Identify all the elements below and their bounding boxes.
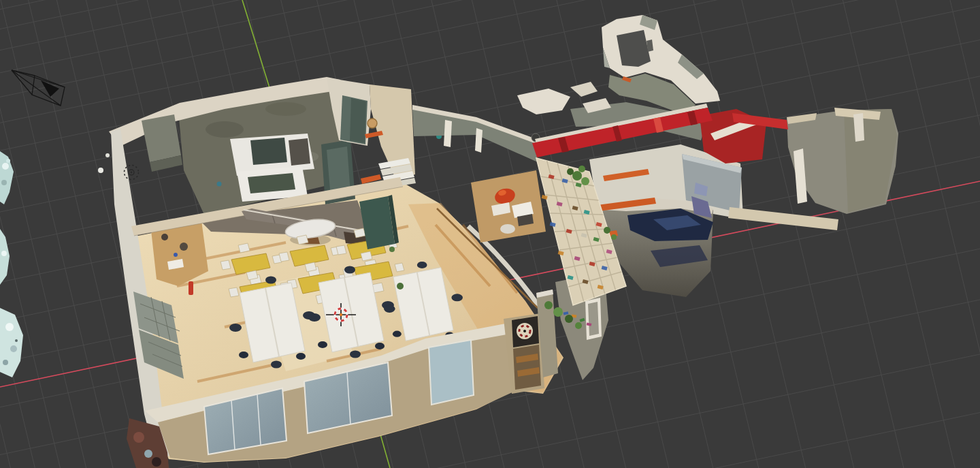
kitchen-counters: [230, 134, 314, 202]
desk-cluster: [471, 170, 546, 243]
right-end-wall: [787, 108, 898, 214]
blender-3d-viewport[interactable]: [0, 0, 980, 468]
stool: [368, 119, 377, 128]
